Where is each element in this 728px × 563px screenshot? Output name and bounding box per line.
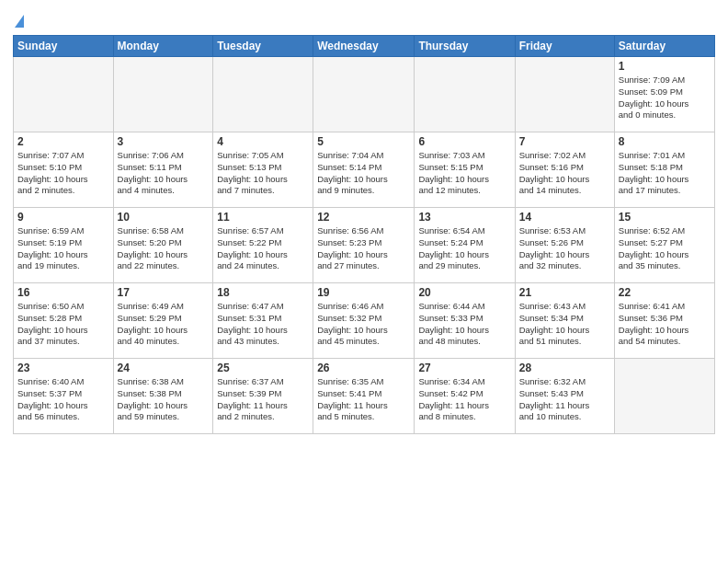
calendar-cell: 17Sunrise: 6:49 AMSunset: 5:29 PMDayligh… [113,283,213,359]
day-number: 19 [317,286,410,299]
calendar-cell: 7Sunrise: 7:02 AMSunset: 5:16 PMDaylight… [515,132,614,208]
day-info: Sunrise: 6:32 AMSunset: 5:43 PMDaylight:… [519,376,610,423]
day-info: Sunrise: 6:46 AMSunset: 5:32 PMDaylight:… [317,301,410,348]
calendar-cell: 27Sunrise: 6:34 AMSunset: 5:42 PMDayligh… [415,359,515,434]
week-row-2: 2Sunrise: 7:07 AMSunset: 5:10 PMDaylight… [14,132,715,208]
calendar-cell [213,57,313,132]
calendar-cell [415,57,515,132]
day-info: Sunrise: 6:58 AMSunset: 5:20 PMDaylight:… [118,225,210,272]
calendar-cell: 24Sunrise: 6:38 AMSunset: 5:38 PMDayligh… [113,359,213,434]
day-info: Sunrise: 6:52 AMSunset: 5:27 PMDaylight:… [619,225,711,272]
day-info: Sunrise: 7:07 AMSunset: 5:10 PMDaylight:… [17,150,109,197]
weekday-header-thursday: Thursday [415,36,515,57]
calendar-cell: 26Sunrise: 6:35 AMSunset: 5:41 PMDayligh… [313,359,415,434]
logo-triangle-icon [15,15,24,28]
calendar-cell: 23Sunrise: 6:40 AMSunset: 5:37 PMDayligh… [14,359,114,434]
day-info: Sunrise: 6:41 AMSunset: 5:36 PMDaylight:… [619,301,711,348]
day-info: Sunrise: 6:40 AMSunset: 5:37 PMDaylight:… [17,376,109,423]
day-number: 1 [619,60,711,73]
weekday-header-saturday: Saturday [614,36,714,57]
day-number: 27 [418,362,510,374]
day-info: Sunrise: 7:04 AMSunset: 5:14 PMDaylight:… [317,150,410,197]
weekday-header-wednesday: Wednesday [313,36,415,57]
calendar-cell [313,57,415,132]
week-row-1: 1Sunrise: 7:09 AMSunset: 5:09 PMDaylight… [14,57,715,132]
day-number: 24 [118,362,210,374]
calendar-cell: 15Sunrise: 6:52 AMSunset: 5:27 PMDayligh… [614,208,714,283]
day-info: Sunrise: 6:49 AMSunset: 5:29 PMDaylight:… [118,301,210,348]
day-number: 8 [619,135,711,148]
day-number: 6 [418,135,510,148]
calendar-cell [14,57,114,132]
calendar-cell: 13Sunrise: 6:54 AMSunset: 5:24 PMDayligh… [415,208,515,283]
calendar-cell: 1Sunrise: 7:09 AMSunset: 5:09 PMDaylight… [614,57,714,132]
calendar-cell: 20Sunrise: 6:44 AMSunset: 5:33 PMDayligh… [415,283,515,359]
calendar-cell [515,57,614,132]
day-info: Sunrise: 7:09 AMSunset: 5:09 PMDaylight:… [619,75,711,121]
week-row-3: 9Sunrise: 6:59 AMSunset: 5:19 PMDaylight… [14,208,715,283]
day-number: 3 [118,135,210,148]
logo [13,9,24,28]
weekday-header-sunday: Sunday [14,36,114,57]
day-number: 23 [17,362,109,374]
day-number: 20 [418,286,510,299]
week-row-4: 16Sunrise: 6:50 AMSunset: 5:28 PMDayligh… [14,283,715,359]
calendar-cell: 22Sunrise: 6:41 AMSunset: 5:36 PMDayligh… [614,283,714,359]
weekday-header-tuesday: Tuesday [213,36,313,57]
weekday-header-friday: Friday [515,36,614,57]
day-info: Sunrise: 6:53 AMSunset: 5:26 PMDaylight:… [519,225,610,272]
week-row-5: 23Sunrise: 6:40 AMSunset: 5:37 PMDayligh… [14,359,715,434]
day-info: Sunrise: 7:06 AMSunset: 5:11 PMDaylight:… [118,150,210,197]
header [13,9,715,28]
day-number: 18 [217,286,309,299]
calendar-cell: 18Sunrise: 6:47 AMSunset: 5:31 PMDayligh… [213,283,313,359]
day-info: Sunrise: 6:59 AMSunset: 5:19 PMDaylight:… [17,225,109,272]
day-info: Sunrise: 6:38 AMSunset: 5:38 PMDaylight:… [118,376,210,423]
day-info: Sunrise: 6:43 AMSunset: 5:34 PMDaylight:… [519,301,610,348]
calendar-cell [113,57,213,132]
day-number: 11 [217,211,309,224]
day-info: Sunrise: 6:47 AMSunset: 5:31 PMDaylight:… [217,301,309,348]
day-info: Sunrise: 7:05 AMSunset: 5:13 PMDaylight:… [217,150,309,197]
day-number: 26 [317,362,410,374]
calendar-table: SundayMondayTuesdayWednesdayThursdayFrid… [13,35,715,434]
day-number: 12 [317,211,410,224]
day-info: Sunrise: 6:44 AMSunset: 5:33 PMDaylight:… [418,301,510,348]
day-info: Sunrise: 6:50 AMSunset: 5:28 PMDaylight:… [17,301,109,348]
day-number: 4 [217,135,309,148]
day-info: Sunrise: 7:03 AMSunset: 5:15 PMDaylight:… [418,150,510,197]
calendar-cell: 21Sunrise: 6:43 AMSunset: 5:34 PMDayligh… [515,283,614,359]
calendar-cell: 11Sunrise: 6:57 AMSunset: 5:22 PMDayligh… [213,208,313,283]
day-info: Sunrise: 6:34 AMSunset: 5:42 PMDaylight:… [418,376,510,423]
day-number: 13 [418,211,510,224]
day-number: 5 [317,135,410,148]
calendar-cell: 4Sunrise: 7:05 AMSunset: 5:13 PMDaylight… [213,132,313,208]
day-number: 15 [619,211,711,224]
calendar-cell: 14Sunrise: 6:53 AMSunset: 5:26 PMDayligh… [515,208,614,283]
day-number: 7 [519,135,610,148]
page: SundayMondayTuesdayWednesdayThursdayFrid… [0,0,728,563]
day-info: Sunrise: 6:56 AMSunset: 5:23 PMDaylight:… [317,225,410,272]
day-info: Sunrise: 7:01 AMSunset: 5:18 PMDaylight:… [619,150,711,197]
calendar-cell: 5Sunrise: 7:04 AMSunset: 5:14 PMDaylight… [313,132,415,208]
weekday-header-row: SundayMondayTuesdayWednesdayThursdayFrid… [14,36,715,57]
day-info: Sunrise: 6:37 AMSunset: 5:39 PMDaylight:… [217,376,309,423]
calendar-cell [614,359,714,434]
day-number: 28 [519,362,610,374]
calendar-cell: 16Sunrise: 6:50 AMSunset: 5:28 PMDayligh… [14,283,114,359]
calendar-cell: 12Sunrise: 6:56 AMSunset: 5:23 PMDayligh… [313,208,415,283]
day-number: 22 [619,286,711,299]
day-number: 21 [519,286,610,299]
day-number: 10 [118,211,210,224]
calendar-cell: 25Sunrise: 6:37 AMSunset: 5:39 PMDayligh… [213,359,313,434]
day-number: 14 [519,211,610,224]
day-number: 17 [118,286,210,299]
day-info: Sunrise: 7:02 AMSunset: 5:16 PMDaylight:… [519,150,610,197]
calendar-cell: 8Sunrise: 7:01 AMSunset: 5:18 PMDaylight… [614,132,714,208]
day-number: 25 [217,362,309,374]
calendar-cell: 28Sunrise: 6:32 AMSunset: 5:43 PMDayligh… [515,359,614,434]
calendar-cell: 6Sunrise: 7:03 AMSunset: 5:15 PMDaylight… [415,132,515,208]
weekday-header-monday: Monday [113,36,213,57]
calendar-cell: 2Sunrise: 7:07 AMSunset: 5:10 PMDaylight… [14,132,114,208]
calendar-cell: 19Sunrise: 6:46 AMSunset: 5:32 PMDayligh… [313,283,415,359]
